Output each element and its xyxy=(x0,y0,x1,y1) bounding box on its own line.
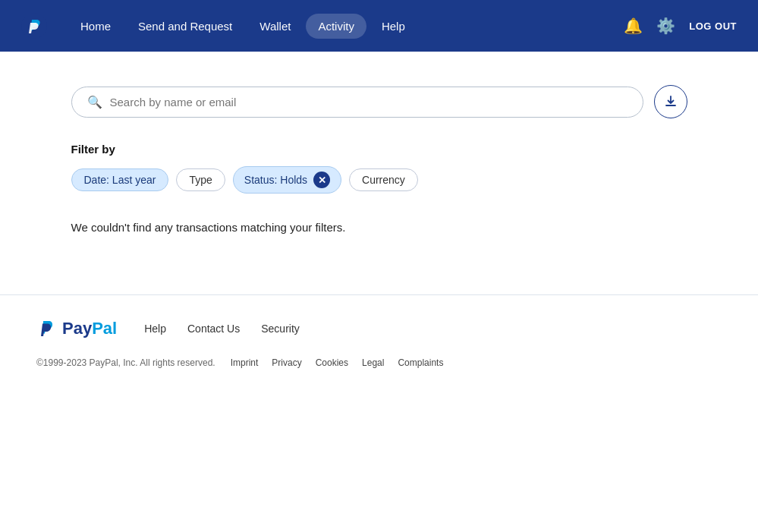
download-icon xyxy=(664,95,678,109)
footer-logo-text: PayPal xyxy=(62,319,117,338)
notifications-icon[interactable]: 🔔 xyxy=(624,17,643,35)
nav-home[interactable]: Home xyxy=(68,14,123,39)
footer-logo-pay: Pay xyxy=(62,319,92,338)
chip-close-button[interactable]: ✕ xyxy=(313,172,330,188)
navbar-logo[interactable] xyxy=(21,13,47,39)
download-button[interactable] xyxy=(654,85,687,118)
navbar: Home Send and Request Wallet Activity He… xyxy=(0,0,758,52)
settings-icon[interactable]: ⚙️ xyxy=(656,17,675,35)
footer-privacy-link[interactable]: Privacy xyxy=(272,357,301,368)
footer: PayPal Help Contact Us Security ©1999-20… xyxy=(0,295,758,391)
filter-chip-currency[interactable]: Currency xyxy=(349,168,418,191)
footer-contact-link[interactable]: Contact Us xyxy=(187,323,240,335)
footer-bottom-row: ©1999-2023 PayPal, Inc. All rights reser… xyxy=(36,357,722,368)
chip-currency-label: Currency xyxy=(362,174,405,186)
search-icon: 🔍 xyxy=(87,95,102,109)
search-input[interactable] xyxy=(110,96,627,109)
footer-legal-link[interactable]: Legal xyxy=(362,357,384,368)
nav-wallet[interactable]: Wallet xyxy=(247,14,303,39)
footer-complaints-link[interactable]: Complaints xyxy=(398,357,443,368)
footer-paypal-p-icon xyxy=(36,318,58,339)
nav-send-request[interactable]: Send and Request xyxy=(126,14,244,39)
footer-logo-pal: Pal xyxy=(92,319,117,338)
footer-copyright: ©1999-2023 PayPal, Inc. All rights reser… xyxy=(36,357,215,368)
navbar-links: Home Send and Request Wallet Activity He… xyxy=(68,14,417,39)
nav-activity[interactable]: Activity xyxy=(306,14,366,39)
nav-help[interactable]: Help xyxy=(370,14,417,39)
footer-cookies-link[interactable]: Cookies xyxy=(316,357,348,368)
chip-type-label: Type xyxy=(189,174,212,186)
filter-chips: Date: Last year Type Status: Holds ✕ Cur… xyxy=(71,166,687,194)
search-row: 🔍 xyxy=(71,85,687,118)
navbar-right: 🔔 ⚙️ LOG OUT xyxy=(624,17,737,35)
chip-status-label: Status: Holds xyxy=(244,174,307,186)
footer-logo[interactable]: PayPal xyxy=(36,318,117,339)
filter-chip-date[interactable]: Date: Last year xyxy=(71,168,169,191)
logout-button[interactable]: LOG OUT xyxy=(689,20,737,32)
search-bar[interactable]: 🔍 xyxy=(71,87,643,118)
footer-imprint-link[interactable]: Imprint xyxy=(231,357,259,368)
footer-help-link[interactable]: Help xyxy=(144,323,166,335)
footer-legal-links: Imprint Privacy Cookies Legal Complaints xyxy=(231,357,444,368)
footer-security-link[interactable]: Security xyxy=(261,323,300,335)
filter-chip-type[interactable]: Type xyxy=(176,168,225,191)
paypal-logo-icon xyxy=(21,13,47,39)
chip-date-label: Date: Last year xyxy=(84,174,156,186)
filter-label: Filter by xyxy=(71,143,687,156)
main-content: 🔍 Filter by Date: Last year Type Status:… xyxy=(53,52,706,294)
filter-chip-status[interactable]: Status: Holds ✕ xyxy=(233,166,341,194)
footer-nav-links: Help Contact Us Security xyxy=(144,323,300,335)
footer-top-row: PayPal Help Contact Us Security xyxy=(36,318,722,339)
no-results-message: We couldn't find any transactions matchi… xyxy=(71,221,687,234)
